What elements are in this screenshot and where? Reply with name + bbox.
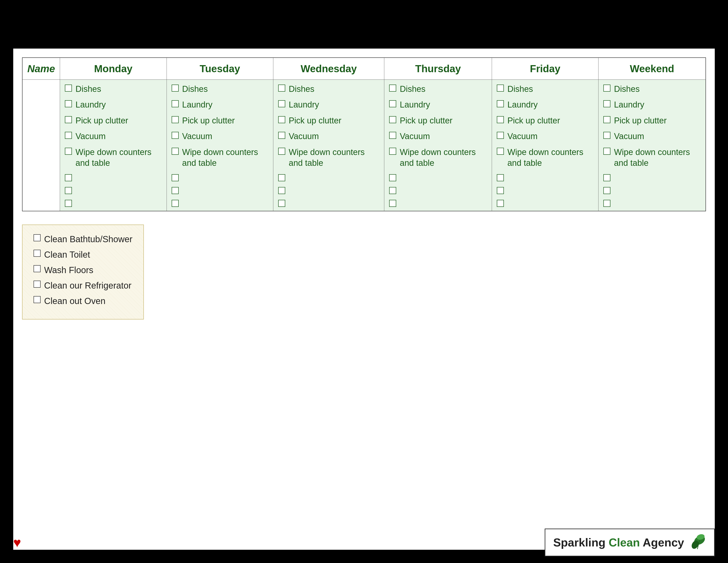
list-item: Clean Toilet: [34, 249, 132, 260]
list-item: Vacuum: [278, 131, 379, 142]
task-text: Clean Toilet: [44, 249, 90, 260]
checkbox-wed-8[interactable]: [278, 200, 285, 207]
task-text: Laundry: [614, 99, 644, 110]
col-header-friday: Friday: [492, 58, 598, 80]
list-item: Clean our Refrigerator: [34, 280, 132, 291]
checkbox-fri-4[interactable]: [497, 132, 504, 139]
checkbox-thu-3[interactable]: [389, 116, 396, 123]
list-item: Dishes: [603, 84, 701, 94]
checkbox-wkd-7[interactable]: [603, 187, 610, 194]
checkbox-tue-7[interactable]: [172, 187, 179, 194]
checkbox-mon-3[interactable]: [65, 116, 72, 123]
checkbox-wed-7[interactable]: [278, 187, 285, 194]
task-text: Laundry: [182, 99, 212, 110]
checkbox-tue-4[interactable]: [172, 132, 179, 139]
list-item: [278, 186, 379, 194]
list-item: [389, 199, 487, 207]
checkbox-wkd-6[interactable]: [603, 174, 610, 181]
task-text: Dishes: [400, 84, 425, 94]
task-text: Pick up clutter: [400, 115, 452, 126]
checkbox-mon-8[interactable]: [65, 200, 72, 207]
checkbox-wed-5[interactable]: [278, 148, 285, 155]
list-item: [172, 199, 268, 207]
checkbox-tue-5[interactable]: [172, 148, 179, 155]
checkbox-mon-7[interactable]: [65, 187, 72, 194]
list-item: Dishes: [172, 84, 268, 94]
checkbox-thu-4[interactable]: [389, 132, 396, 139]
list-item: Wipe down counters and table: [278, 147, 379, 169]
checkbox-wkd-3[interactable]: [603, 116, 610, 123]
task-text: Vacuum: [182, 131, 212, 142]
list-item: [278, 173, 379, 181]
list-item: Wipe down counters and table: [172, 147, 268, 169]
checkbox-wkd-5[interactable]: [603, 148, 610, 155]
checkbox-mon-1[interactable]: [65, 85, 72, 92]
list-item: Laundry: [65, 99, 161, 110]
checkbox-tue-2[interactable]: [172, 100, 179, 107]
checkbox-mon-4[interactable]: [65, 132, 72, 139]
list-item: [65, 173, 161, 181]
list-item: Laundry: [603, 99, 701, 110]
checkbox-note-3[interactable]: [34, 265, 41, 272]
checkbox-wkd-1[interactable]: [603, 85, 610, 92]
checkbox-note-4[interactable]: [34, 280, 41, 288]
checkbox-wkd-8[interactable]: [603, 200, 610, 207]
checkbox-tue-1[interactable]: [172, 85, 179, 92]
table-row: Dishes Laundry Pick up clutter Vacuum: [22, 80, 706, 211]
checkbox-tue-6[interactable]: [172, 174, 179, 181]
checkbox-thu-2[interactable]: [389, 100, 396, 107]
list-item: Pick up clutter: [497, 115, 593, 126]
task-text: Dishes: [614, 84, 640, 94]
checkbox-tue-8[interactable]: [172, 200, 179, 207]
checkbox-wed-2[interactable]: [278, 100, 285, 107]
checkbox-fri-6[interactable]: [497, 174, 504, 181]
checkbox-thu-5[interactable]: [389, 148, 396, 155]
checkbox-fri-3[interactable]: [497, 116, 504, 123]
checkbox-fri-1[interactable]: [497, 85, 504, 92]
checkbox-tue-3[interactable]: [172, 116, 179, 123]
checkbox-wed-4[interactable]: [278, 132, 285, 139]
task-text: Pick up clutter: [289, 115, 341, 126]
checkbox-wed-3[interactable]: [278, 116, 285, 123]
checkbox-note-2[interactable]: [34, 250, 41, 257]
checkbox-note-5[interactable]: [34, 296, 41, 303]
checkbox-fri-2[interactable]: [497, 100, 504, 107]
task-text: Pick up clutter: [507, 115, 560, 126]
list-item: Laundry: [389, 99, 487, 110]
checkbox-fri-8[interactable]: [497, 200, 504, 207]
checkbox-fri-5[interactable]: [497, 148, 504, 155]
task-text: Laundry: [400, 99, 430, 110]
task-text: Dishes: [75, 84, 101, 94]
checkbox-wkd-2[interactable]: [603, 100, 610, 107]
task-text: Clean out Oven: [44, 295, 105, 307]
col-header-monday: Monday: [60, 58, 167, 80]
checkbox-wkd-4[interactable]: [603, 132, 610, 139]
task-text: Wipe down counters and table: [614, 147, 701, 169]
checkbox-thu-8[interactable]: [389, 200, 396, 207]
checkbox-fri-7[interactable]: [497, 187, 504, 194]
checkbox-thu-7[interactable]: [389, 187, 396, 194]
checkbox-wed-6[interactable]: [278, 174, 285, 181]
checkbox-thu-1[interactable]: [389, 85, 396, 92]
list-item: [603, 186, 701, 194]
task-text: Wipe down counters and table: [182, 147, 268, 169]
task-text: Wipe down counters and table: [507, 147, 593, 169]
checkbox-mon-5[interactable]: [65, 148, 72, 155]
list-item: [603, 199, 701, 207]
checkbox-thu-6[interactable]: [389, 174, 396, 181]
checkbox-wed-1[interactable]: [278, 85, 285, 92]
task-text: Vacuum: [75, 131, 106, 142]
checkbox-note-1[interactable]: [34, 234, 41, 241]
list-item: Wipe down counters and table: [389, 147, 487, 169]
checkbox-mon-2[interactable]: [65, 100, 72, 107]
list-item: Pick up clutter: [278, 115, 379, 126]
chore-table: Name Monday Tuesday Wednesday Thursday F…: [22, 57, 706, 211]
task-text: Vacuum: [400, 131, 430, 142]
col-header-name: Name: [22, 58, 60, 80]
friday-cell: Dishes Laundry Pick up clutter Vacuum: [492, 80, 598, 211]
checkbox-mon-6[interactable]: [65, 174, 72, 181]
task-text: Dishes: [507, 84, 533, 94]
brand-box: Sparkling Clean Agency: [545, 529, 715, 556]
col-header-wednesday: Wednesday: [273, 58, 384, 80]
list-item: [278, 199, 379, 207]
